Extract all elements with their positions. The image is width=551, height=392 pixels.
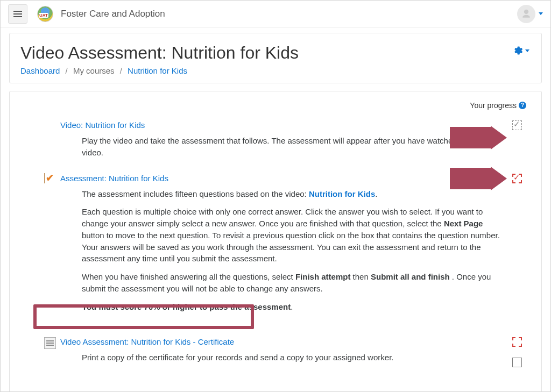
course-content: Your progress ? Video: Nutrition for Kid… xyxy=(9,91,542,392)
breadcrumb-mycourses: My courses xyxy=(73,66,115,75)
help-icon[interactable]: ? xyxy=(519,102,526,109)
caret-down-icon xyxy=(525,49,529,52)
page-header: Video Assessment: Nutrition for Kids Das… xyxy=(9,33,542,83)
assessment-description: The assessment includes fifteen question… xyxy=(82,188,507,313)
site-title: Foster Care and Adoption xyxy=(61,9,165,19)
caret-down-icon xyxy=(539,12,543,15)
avatar xyxy=(517,5,535,23)
quiz-icon xyxy=(44,174,55,184)
video-description: Play the video and take the assessment t… xyxy=(82,135,507,159)
hamburger-icon xyxy=(13,13,22,15)
certificate-link[interactable]: Video Assessment: Nutrition for Kids - C… xyxy=(60,337,234,346)
play-icon xyxy=(44,120,55,131)
completion-certificate-manual[interactable] xyxy=(512,358,522,367)
breadcrumb-course[interactable]: Nutrition for Kids xyxy=(128,66,187,75)
site-logo xyxy=(37,6,53,22)
assessment-link[interactable]: Assessment: Nutrition for Kids xyxy=(60,174,168,183)
completion-video[interactable] xyxy=(512,120,522,130)
sidebar-toggle-button[interactable] xyxy=(8,4,27,24)
progress-label: Your progress ? xyxy=(470,101,526,110)
breadcrumb: Dashboard / My courses / Nutrition for K… xyxy=(20,66,531,75)
gear-icon xyxy=(512,45,523,56)
activity-certificate: Video Assessment: Nutrition for Kids - C… xyxy=(23,335,528,372)
certificate-description: Print a copy of the certificate for your… xyxy=(82,352,507,364)
activity-video: Video: Nutrition for Kids Play the video… xyxy=(23,118,528,167)
completion-certificate[interactable] xyxy=(512,337,522,347)
assessment-video-link[interactable]: Nutrition for Kids xyxy=(309,189,375,198)
breadcrumb-dashboard[interactable]: Dashboard xyxy=(20,66,60,75)
course-settings-button[interactable] xyxy=(512,45,529,56)
completion-assessment[interactable] xyxy=(512,174,522,183)
user-menu[interactable] xyxy=(517,5,543,23)
certificate-icon xyxy=(44,337,55,348)
activity-assessment: Assessment: Nutrition for Kids The asses… xyxy=(23,172,528,322)
page-title: Video Assessment: Nutrition for Kids xyxy=(20,43,531,63)
user-icon xyxy=(521,9,532,19)
top-navbar: Foster Care and Adoption xyxy=(1,1,550,27)
video-link[interactable]: Video: Nutrition for Kids xyxy=(60,120,145,130)
